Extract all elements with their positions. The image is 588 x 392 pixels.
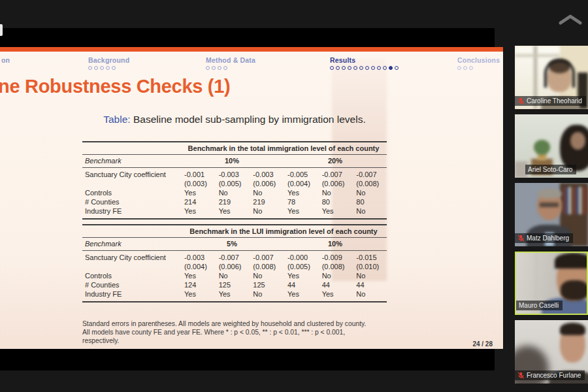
progress-dot	[342, 66, 346, 70]
coefficient-value: -0.001	[184, 170, 215, 179]
nav-progress-dots	[457, 66, 500, 70]
coefficient-value: Yes	[322, 206, 353, 216]
table-row: Industry FEYesYesNoYesYesNo	[82, 206, 387, 216]
standard-error-value: (0.008)	[356, 179, 387, 188]
coefficient-value: 125	[219, 280, 250, 289]
progress-dot	[218, 66, 221, 70]
coefficient-value: -0.003	[184, 253, 215, 262]
benchmark-header-row: Benchmark10%20%	[82, 155, 387, 168]
coefficient-value: No	[322, 188, 353, 197]
coefficient-value: No	[253, 206, 284, 216]
coefficient-value: -0.009	[322, 253, 353, 262]
row-label: Sanctuary City coefficient	[82, 170, 180, 179]
nav-section-label: Background	[88, 56, 129, 64]
participant-video-matz-dahlberg[interactable]: Matz Dahlberg	[515, 183, 588, 246]
participant-video-francesco-furlane[interactable]: Francesco Furlane	[515, 320, 588, 384]
cell-value: 214	[180, 197, 215, 206]
table-span-header: Benchmark in the LUI immigration level o…	[180, 227, 387, 235]
table-row: Sanctuary City coefficient-0.003(0.004)-…	[82, 253, 387, 271]
table-caption-prefix: Table:	[103, 114, 130, 125]
cell-value: Yes	[318, 289, 353, 299]
coefficient-value: -0.000	[287, 253, 318, 262]
progress-dot	[359, 66, 363, 70]
coefficient-value: Yes	[287, 188, 318, 197]
coefficient-value: No	[253, 188, 284, 197]
cell-value: -0.003(0.004)	[180, 253, 215, 271]
cell-value: Yes	[215, 206, 250, 216]
cell-value: Yes	[180, 271, 215, 280]
cell-value: No	[352, 206, 387, 216]
chevron-up-icon[interactable]	[559, 14, 582, 25]
progress-dot	[106, 66, 110, 70]
coefficient-value: 44	[356, 280, 387, 289]
table-row: ControlsYesNoNoYesNoNo	[82, 271, 387, 280]
row-label: # Counties	[82, 280, 180, 289]
nav-section-on: on	[1, 56, 10, 66]
cell-value: -0.007(0.006)	[215, 253, 250, 271]
standard-error-value: (0.006)	[253, 179, 284, 188]
nav-section-method-data: Method & Data	[206, 56, 255, 70]
participant-name-label: Matz Dahlberg	[515, 233, 573, 243]
footnote-line: respectively.	[82, 336, 388, 345]
cell-value: -0.001(0.003)	[180, 170, 215, 188]
video-scene-shape	[560, 323, 585, 335]
screen-edge-artifact	[0, 24, 3, 36]
coefficient-value: 214	[184, 197, 215, 206]
video-scene-shape	[561, 280, 587, 301]
coefficient-value: Yes	[184, 271, 215, 280]
cell-value: No	[215, 188, 250, 197]
nav-section-results: Results	[330, 56, 399, 70]
progress-dot	[469, 66, 473, 70]
cell-value: 44	[284, 280, 318, 289]
progress-dot	[212, 66, 216, 70]
progress-dot	[457, 66, 461, 70]
cell-value: -0.003(0.006)	[249, 170, 284, 188]
video-scene-shape	[544, 59, 575, 88]
cell-value: No	[352, 188, 387, 197]
table-span-header-row: Benchmark in the total immigration level…	[82, 142, 387, 155]
coefficient-value: 219	[253, 197, 284, 206]
coefficient-value: -0.007	[219, 253, 250, 262]
footnote-line: All models have county FE and year FE. W…	[82, 328, 388, 336]
participants-panel: Caroline TheoharidAriel Soto-CaroMatz Da…	[515, 0, 588, 392]
participant-video-mauro-caselli[interactable]: Mauro Caselli	[515, 252, 588, 315]
participant-video-caroline-theoharid[interactable]: Caroline Theoharid	[515, 46, 588, 109]
progress-dot	[94, 66, 98, 70]
row-label: Industry FE	[82, 206, 180, 216]
cell-value: 80	[318, 197, 353, 206]
cell-value: -0.000(0.005)	[284, 253, 318, 271]
slide-accent-bar	[0, 47, 503, 52]
row-label: Sanctuary City coefficient	[82, 253, 180, 262]
standard-error-value: (0.010)	[356, 262, 387, 271]
participant-name-label: Mauro Caselli	[516, 301, 563, 310]
progress-dot	[395, 66, 399, 70]
cell-value: Yes	[180, 188, 215, 197]
cell-value: Yes	[180, 206, 215, 216]
participant-name: Mauro Caselli	[519, 302, 559, 309]
coefficient-value: -0.007	[322, 170, 353, 179]
cell-value: 44	[318, 280, 353, 289]
progress-dot	[112, 66, 116, 70]
muted-mic-icon	[517, 235, 525, 242]
coefficient-value: No	[356, 188, 387, 197]
slide-title: ne Robustness Checks (1)	[0, 76, 230, 97]
cell-value: No	[249, 206, 284, 216]
video-scene-shape	[534, 140, 550, 155]
progress-dot	[206, 66, 210, 70]
cell-value: No	[318, 271, 353, 280]
standard-error-value: (0.008)	[322, 262, 353, 271]
cell-value: Yes	[284, 289, 318, 299]
coefficient-value: No	[322, 271, 353, 280]
nav-section-label: Conclusions	[457, 56, 500, 64]
coefficient-value: No	[253, 271, 284, 280]
participant-name: Ariel Soto-Caro	[528, 166, 572, 173]
standard-error-value: (0.003)	[184, 179, 215, 188]
benchmark-group-header: 5%	[180, 240, 284, 248]
participant-video-ariel-soto-caro[interactable]: Ariel Soto-Caro	[515, 114, 588, 178]
coefficient-value: Yes	[287, 289, 318, 299]
cell-value: -0.007(0.006)	[318, 170, 353, 188]
coefficient-value: Yes	[219, 206, 250, 216]
cell-value: Yes	[284, 188, 318, 197]
results-table-1: Benchmark in the total immigration level…	[82, 141, 387, 220]
cell-value: 78	[284, 197, 318, 206]
